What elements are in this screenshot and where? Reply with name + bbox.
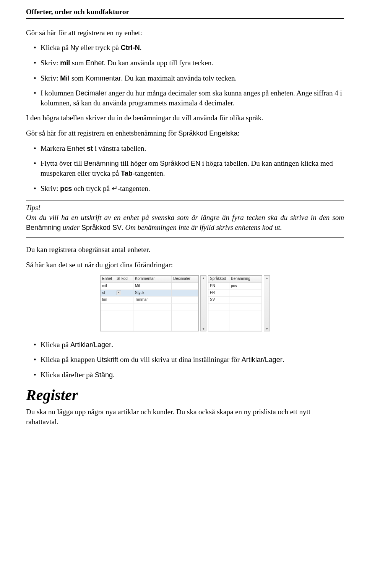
dropdown-icon[interactable]: ▾ <box>117 291 121 295</box>
step-list-3: Klicka på Artiklar/Lager. Klicka på knap… <box>26 340 344 380</box>
table-cell[interactable] <box>229 317 262 324</box>
tips-body: Om du vill ha en utskrift av en enhet på… <box>26 213 344 232</box>
tips-title: Tips! <box>26 203 344 213</box>
table-cell[interactable] <box>208 324 229 331</box>
table-cell[interactable] <box>172 283 198 290</box>
table-cell[interactable] <box>172 324 198 331</box>
table-cell[interactable]: FR <box>208 290 229 297</box>
scrollbar[interactable]: ▴ ▾ <box>200 275 206 331</box>
table-cell[interactable]: tim <box>101 297 115 304</box>
chevron-up-icon[interactable]: ▴ <box>266 276 268 280</box>
running-header: Offerter, order och kundfakturor <box>26 7 344 17</box>
table-cell[interactable] <box>133 310 172 317</box>
table-cell[interactable] <box>229 297 262 304</box>
list-item: Klicka på knappen Utskrift om du vill sk… <box>34 355 344 365</box>
scrollbar[interactable]: ▴ ▾ <box>264 275 270 331</box>
table-cell[interactable]: EN <box>208 283 229 290</box>
table-cell[interactable] <box>229 310 262 317</box>
column-header[interactable]: Benämning <box>229 276 262 283</box>
table-cell[interactable] <box>208 310 229 317</box>
table-cell[interactable] <box>115 283 133 290</box>
list-item: Flytta över till Benämning till höger om… <box>34 158 344 178</box>
table-cell[interactable]: mil <box>101 283 115 290</box>
table-cell[interactable] <box>172 317 198 324</box>
language-table: Språkkod Benämning ENpcsFRSV <box>208 275 262 331</box>
list-item: Skriv: pcs och tryck på ↵-tangenten. <box>34 184 344 194</box>
list-item: Klicka därefter på Stäng. <box>34 370 344 380</box>
table-cell[interactable] <box>208 304 229 310</box>
table-cell[interactable] <box>172 290 198 297</box>
table-cell[interactable]: SV <box>208 297 229 304</box>
table-cell[interactable]: Timmar <box>133 297 172 304</box>
table-cell[interactable] <box>133 304 172 310</box>
step-list-1: Klicka på Ny eller tryck på Ctrl-N. Skri… <box>26 43 344 108</box>
units-table: Enhet SI-kod Kommentar Decimaler milMils… <box>100 275 199 331</box>
table-cell[interactable] <box>101 317 115 324</box>
column-header[interactable]: Enhet <box>101 276 115 283</box>
table-cell[interactable] <box>133 324 172 331</box>
table-cell[interactable]: ▾ <box>115 290 133 297</box>
tips-block: Tips! Om du vill ha en utskrift av en en… <box>26 200 344 238</box>
table-cell[interactable] <box>172 304 198 310</box>
list-item: Klicka på Artiklar/Lager. <box>34 340 344 350</box>
table-cell[interactable]: pcs <box>229 283 262 290</box>
table-cell[interactable] <box>229 290 262 297</box>
column-header[interactable]: Kommentar <box>133 276 172 283</box>
column-header[interactable]: Decimaler <box>172 276 198 283</box>
table-cell[interactable] <box>229 324 262 331</box>
table-cell[interactable] <box>133 317 172 324</box>
body-paragraph: Så här kan det se ut när du gjort dina f… <box>26 260 344 270</box>
table-cell[interactable] <box>115 304 133 310</box>
divider <box>26 200 344 200</box>
list-item: I kolumnen Decimaler anger du hur många … <box>34 88 344 108</box>
body-paragraph: Du kan registrera obegränsat antal enhet… <box>26 245 344 255</box>
body-paragraph: Gör så här för att registrera en enhetsb… <box>26 128 344 138</box>
table-cell[interactable] <box>229 304 262 310</box>
intro-paragraph: Gör så här för att registrera en ny enhe… <box>26 28 344 38</box>
body-paragraph: I den högra tabellen skriver du in de be… <box>26 113 344 123</box>
table-cell[interactable]: Mil <box>133 283 172 290</box>
table-cell[interactable] <box>101 304 115 310</box>
chevron-up-icon[interactable]: ▴ <box>203 276 205 280</box>
table-cell[interactable] <box>115 317 133 324</box>
table-cell[interactable] <box>115 324 133 331</box>
table-cell[interactable] <box>172 310 198 317</box>
page-number: 3-10 <box>26 586 39 588</box>
step-list-2: Markera Enhet st i vänstra tabellen. Fly… <box>26 144 344 194</box>
table-cell[interactable] <box>115 310 133 317</box>
table-cell[interactable]: st <box>101 290 115 297</box>
list-item: Klicka på Ny eller tryck på Ctrl-N. <box>34 43 344 53</box>
list-item: Markera Enhet st i vänstra tabellen. <box>34 144 344 153</box>
chevron-down-icon[interactable]: ▾ <box>266 326 268 331</box>
table-cell[interactable] <box>101 310 115 317</box>
table-cell[interactable]: Styck <box>133 290 172 297</box>
list-item: Skriv: Mil som Kommentar. Du kan maximal… <box>34 73 344 83</box>
table-cell[interactable] <box>208 317 229 324</box>
screenshot-tables: Enhet SI-kod Kommentar Decimaler milMils… <box>26 275 344 331</box>
list-item: Skriv: mil som Enhet. Du kan använda upp… <box>34 58 344 68</box>
section-heading: Register <box>26 385 344 405</box>
table-cell[interactable] <box>115 297 133 304</box>
body-paragraph: Du ska nu lägga upp några nya artiklar o… <box>26 407 344 426</box>
table-cell[interactable] <box>101 324 115 331</box>
column-header[interactable]: Språkkod <box>208 276 229 283</box>
divider <box>26 237 344 238</box>
column-header[interactable]: SI-kod <box>115 276 133 283</box>
table-cell[interactable] <box>172 297 198 304</box>
chevron-down-icon[interactable]: ▾ <box>203 326 205 331</box>
header-rule <box>26 18 344 19</box>
